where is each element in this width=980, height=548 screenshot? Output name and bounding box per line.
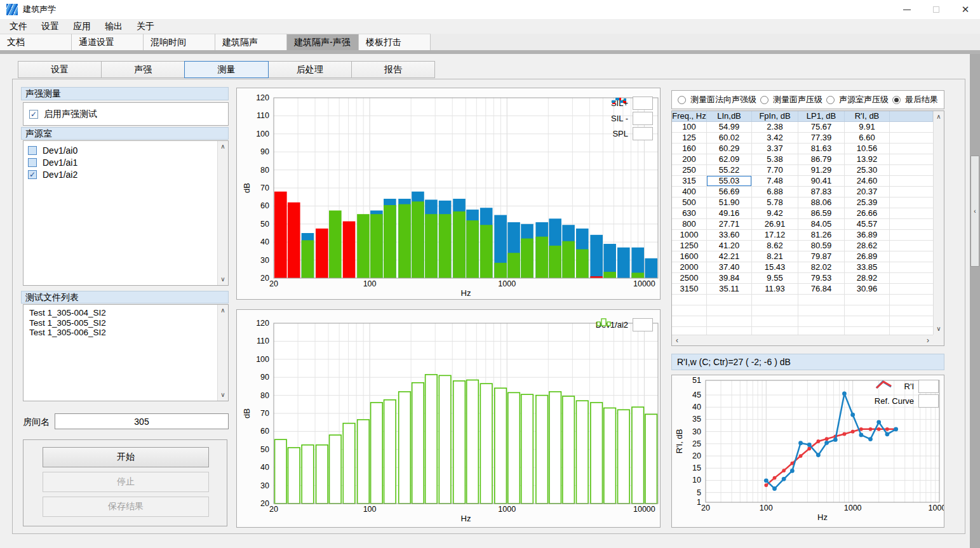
table-cell[interactable]: 82.02 — [798, 262, 845, 272]
table-cell[interactable]: 5.38 — [752, 154, 798, 164]
table-cell[interactable]: 77.39 — [798, 133, 845, 143]
tab-4[interactable]: 建筑隔声-声强 — [287, 34, 359, 50]
radio-option-2[interactable]: 声源室声压级 — [826, 94, 889, 105]
scroll-up-icon[interactable]: ∧ — [218, 307, 228, 314]
table-cell[interactable]: 39.84 — [707, 273, 752, 283]
table-horizontal-scrollbar[interactable]: ‹ › — [672, 335, 933, 345]
table-cell[interactable]: 33.85 — [845, 262, 890, 272]
table-cell[interactable]: 125 — [672, 133, 707, 143]
table-cell[interactable]: 76.84 — [798, 284, 845, 294]
table-cell[interactable]: 200 — [672, 154, 707, 164]
channel-item-2[interactable]: ✓Dev1/ai2 — [23, 168, 228, 180]
subtab-1[interactable]: 声强 — [101, 61, 185, 78]
table-cell[interactable]: 87.83 — [798, 187, 845, 197]
table-cell[interactable]: 160 — [672, 144, 707, 154]
table-cell[interactable]: 55.22 — [707, 165, 752, 175]
table-cell[interactable]: 3.42 — [752, 133, 798, 143]
table-cell[interactable]: 80.59 — [798, 241, 845, 251]
table-cell[interactable]: 1600 — [672, 251, 707, 262]
menu-item-4[interactable]: 关于 — [130, 19, 161, 34]
table-cell[interactable]: 51.90 — [707, 197, 752, 208]
tab-3[interactable]: 建筑隔声 — [215, 34, 287, 50]
radio-icon[interactable] — [678, 96, 686, 104]
room-name-input[interactable] — [55, 413, 229, 429]
maximize-icon[interactable] — [922, 0, 951, 19]
table-cell[interactable]: 8.62 — [752, 241, 798, 251]
table-cell[interactable]: 17.12 — [752, 230, 798, 240]
table-cell[interactable]: 42.21 — [707, 251, 752, 262]
table-cell[interactable]: 15.43 — [752, 262, 798, 272]
scroll-down-icon[interactable]: ∨ — [218, 276, 228, 283]
table-cell[interactable]: 400 — [672, 187, 707, 197]
table-cell[interactable]: 90.41 — [798, 176, 845, 186]
close-icon[interactable]: ✕ — [951, 0, 980, 19]
enable-si-test-row[interactable]: ✓ 启用声强测试 — [23, 102, 229, 126]
table-cell[interactable]: 45.57 — [845, 219, 890, 229]
menu-item-2[interactable]: 应用 — [66, 19, 98, 34]
table-cell[interactable]: 800 — [672, 219, 707, 229]
table-cell[interactable]: 2000 — [672, 262, 707, 272]
scroll-down-icon[interactable]: ∨ — [218, 392, 228, 398]
table-cell[interactable]: 1250 — [672, 241, 707, 251]
table-cell[interactable]: 1000 — [672, 230, 707, 240]
table-cell[interactable]: 6.60 — [845, 133, 890, 143]
menu-item-1[interactable]: 设置 — [34, 19, 66, 34]
scroll-left-icon[interactable]: ‹ — [676, 336, 678, 345]
subtab-3[interactable]: 后处理 — [268, 61, 352, 78]
table-cell[interactable]: 26.89 — [845, 251, 890, 262]
test-file-item-0[interactable]: Test 1_305-004_SI2 — [23, 308, 228, 318]
channel-list-scrollbar[interactable]: ∧ ∨ — [217, 141, 228, 285]
table-cell[interactable]: 79.53 — [798, 273, 845, 283]
table-cell[interactable]: 7.48 — [752, 176, 798, 186]
collapse-panel-handle[interactable]: ‹ — [970, 156, 979, 267]
tab-1[interactable]: 通道设置 — [72, 34, 144, 50]
table-cell[interactable]: 62.09 — [707, 154, 752, 164]
table-cell[interactable]: 86.79 — [798, 154, 845, 164]
channel-checkbox[interactable] — [28, 158, 37, 167]
table-cell[interactable]: 25.30 — [845, 165, 890, 175]
radio-icon[interactable] — [760, 96, 769, 104]
test-file-item-2[interactable]: Test 1_305-006_SI2 — [23, 328, 228, 338]
table-cell[interactable]: 8.21 — [752, 251, 798, 262]
table-cell[interactable]: 3150 — [672, 284, 707, 294]
subtab-0[interactable]: 设置 — [18, 61, 102, 78]
table-cell[interactable]: 75.67 — [798, 122, 845, 132]
table-cell[interactable]: 81.63 — [798, 144, 845, 154]
radio-option-3[interactable]: 最后结果 — [892, 94, 938, 105]
table-cell[interactable]: 3.37 — [752, 144, 798, 154]
table-cell[interactable]: 315 — [672, 176, 707, 186]
table-cell[interactable]: 630 — [672, 208, 707, 218]
radio-icon[interactable] — [826, 96, 835, 104]
menu-item-0[interactable]: 文件 — [3, 19, 34, 34]
table-cell[interactable]: 7.70 — [752, 165, 798, 175]
table-cell[interactable]: 41.20 — [707, 241, 752, 251]
channel-checkbox[interactable]: ✓ — [28, 170, 37, 179]
minimize-icon[interactable] — [892, 0, 922, 19]
table-cell[interactable]: 81.26 — [798, 230, 845, 240]
table-cell[interactable]: 35.11 — [707, 284, 752, 294]
subtab-4[interactable]: 报告 — [351, 61, 435, 78]
table-cell[interactable]: 250 — [672, 165, 707, 175]
table-cell[interactable]: 100 — [672, 122, 707, 132]
scroll-up-icon[interactable]: ∧ — [934, 114, 944, 120]
table-cell[interactable]: 20.37 — [845, 187, 890, 197]
table-cell[interactable]: 84.05 — [798, 219, 845, 229]
table-cell[interactable]: 2.38 — [752, 122, 798, 132]
tab-2[interactable]: 混响时间 — [144, 34, 215, 50]
file-list-scrollbar[interactable]: ∧ ∨ — [217, 305, 228, 401]
table-vertical-scrollbar[interactable]: ∧ ∨ — [933, 111, 944, 335]
table-cell[interactable]: 54.99 — [707, 122, 752, 132]
table-cell[interactable]: 9.91 — [845, 122, 890, 132]
table-cell[interactable]: 28.62 — [845, 241, 890, 251]
channel-item-1[interactable]: Dev1/ai1 — [23, 156, 228, 168]
table-cell[interactable]: 13.92 — [845, 154, 890, 164]
table-cell[interactable]: 86.59 — [798, 208, 845, 218]
subtab-2[interactable]: 测量 — [184, 61, 268, 78]
table-cell[interactable]: 60.29 — [707, 144, 752, 154]
scroll-right-icon[interactable]: › — [927, 336, 929, 345]
table-cell[interactable]: 500 — [672, 197, 707, 208]
table-cell[interactable]: 91.29 — [798, 165, 845, 175]
table-cell[interactable]: 30.96 — [845, 284, 890, 294]
menu-item-3[interactable]: 输出 — [98, 19, 130, 34]
tab-5[interactable]: 楼板打击 — [359, 34, 431, 50]
